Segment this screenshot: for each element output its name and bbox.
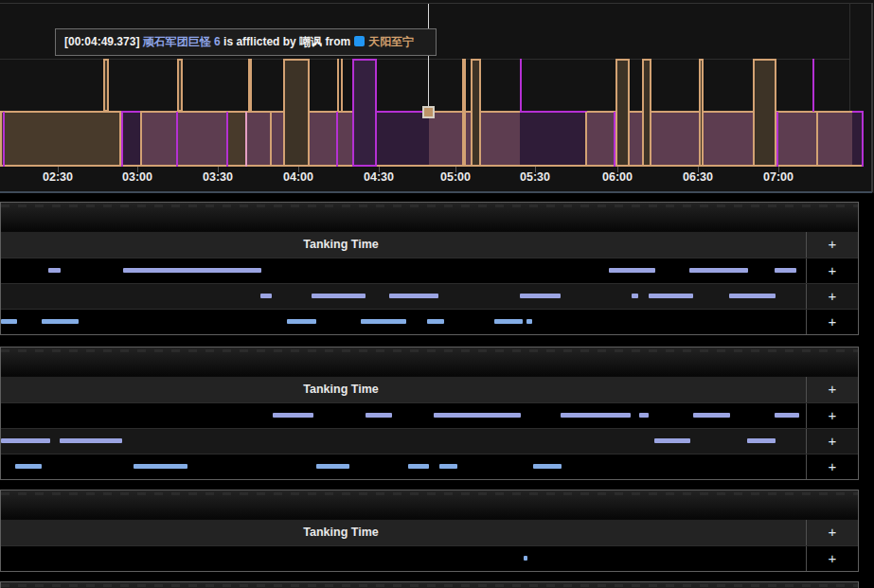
chart-segment bbox=[0, 112, 2, 167]
tanking-bar bbox=[42, 319, 79, 324]
chart-segment bbox=[3, 112, 5, 167]
axis-tick-label: 04:30 bbox=[364, 170, 394, 184]
axis-tick-label: 06:00 bbox=[602, 170, 633, 184]
chart-segment bbox=[0, 112, 121, 167]
tooltip-ability-name: 嘲讽 bbox=[299, 35, 322, 48]
chart-segment bbox=[176, 112, 178, 167]
tanking-row-track bbox=[1, 454, 806, 479]
chart-segment bbox=[0, 59, 850, 60]
chart-segment bbox=[103, 59, 109, 112]
expand-button[interactable]: + bbox=[806, 454, 858, 479]
chart-segment bbox=[520, 59, 522, 112]
tanking-row: + bbox=[1, 402, 858, 428]
tanking-row-track bbox=[1, 429, 806, 454]
tanking-row: + bbox=[1, 309, 858, 334]
chart-segment bbox=[341, 59, 343, 112]
panel-header-row: Tanking Time+ bbox=[1, 377, 858, 402]
chart-segment bbox=[245, 112, 247, 167]
tanking-row: + bbox=[1, 258, 858, 283]
expand-button[interactable]: + bbox=[806, 258, 858, 283]
axis-tick-label: 05:30 bbox=[520, 170, 550, 184]
chart-segment bbox=[520, 111, 587, 113]
panel-title: Tanking Time bbox=[1, 520, 681, 544]
tanking-bar bbox=[427, 319, 444, 324]
tanking-row: + bbox=[1, 428, 858, 454]
tanking-row: + bbox=[1, 283, 858, 309]
tanking-row: + bbox=[1, 454, 858, 479]
tanking-bar bbox=[389, 294, 438, 298]
axis-tick-label: 05:00 bbox=[440, 170, 471, 184]
tanking-row-track bbox=[1, 310, 806, 334]
tanking-bar bbox=[775, 268, 796, 273]
chart-segment bbox=[871, 3, 873, 192]
tanking-bar bbox=[747, 438, 776, 443]
tanking-bar bbox=[654, 438, 690, 443]
expand-button[interactable]: + bbox=[806, 520, 858, 545]
chart-segment bbox=[121, 111, 140, 113]
tanking-bar bbox=[561, 413, 631, 418]
tanking-bar bbox=[520, 294, 561, 298]
chart-segment bbox=[462, 59, 466, 167]
expand-button[interactable]: + bbox=[806, 429, 858, 454]
expand-button[interactable]: + bbox=[806, 232, 858, 258]
chart-hover-marker bbox=[422, 106, 435, 118]
tanking-bar bbox=[494, 319, 523, 324]
tanking-bar bbox=[48, 268, 61, 273]
tanking-bar bbox=[439, 464, 457, 469]
expand-button[interactable]: + bbox=[806, 403, 858, 428]
tanking-bar bbox=[15, 464, 42, 469]
panel-header-row: Tanking Time+ bbox=[1, 520, 858, 545]
tanking-bar bbox=[287, 319, 316, 324]
chart-segment bbox=[121, 112, 123, 167]
page: 02:3003:0003:3004:0004:3005:0005:3006:00… bbox=[0, 0, 874, 588]
axis-tick-label: 06:30 bbox=[683, 170, 713, 184]
chart-segment bbox=[699, 59, 704, 167]
tanking-bar bbox=[526, 319, 532, 324]
tanking-panel: Tanking Time++++ bbox=[0, 202, 859, 335]
chart-segment bbox=[226, 112, 228, 167]
panel-gradient-band bbox=[1, 347, 858, 377]
tanking-bar bbox=[689, 268, 748, 273]
tanking-bar bbox=[693, 413, 730, 418]
tanking-panel-partial bbox=[0, 581, 859, 588]
chart-segment bbox=[642, 59, 651, 167]
panel-gradient-band bbox=[1, 582, 858, 588]
tanking-row-track bbox=[1, 258, 806, 283]
class-icon bbox=[354, 36, 365, 46]
chart-segment bbox=[270, 112, 272, 167]
tanking-panel: Tanking Time++++ bbox=[0, 347, 859, 480]
chart-segment bbox=[121, 112, 140, 167]
chart-segment bbox=[471, 59, 481, 167]
chart-segment bbox=[352, 59, 377, 167]
panel-gradient-band bbox=[1, 490, 858, 520]
expand-button[interactable]: + bbox=[806, 310, 858, 334]
expand-button[interactable]: + bbox=[806, 377, 858, 402]
tanking-bar bbox=[60, 438, 122, 443]
chart-segment bbox=[283, 59, 310, 167]
timeline-chart[interactable]: 02:3003:0003:3004:0004:3005:0005:3006:00… bbox=[0, 0, 874, 193]
chart-segment bbox=[337, 59, 339, 112]
tanking-bar bbox=[434, 413, 521, 418]
tanking-row-track bbox=[1, 284, 806, 309]
tanking-row-track bbox=[1, 546, 806, 571]
chart-segment bbox=[177, 59, 183, 112]
chart-segment bbox=[812, 59, 814, 112]
expand-button[interactable]: + bbox=[806, 284, 858, 309]
tanking-bar bbox=[273, 413, 313, 418]
tanking-bar bbox=[609, 268, 655, 273]
tooltip-npc-name: 顽石军团巨怪 6 bbox=[143, 35, 221, 48]
chart-segment bbox=[248, 59, 252, 112]
chart-segment bbox=[862, 112, 864, 167]
tanking-bar bbox=[533, 464, 562, 469]
axis-tick-label: 02:30 bbox=[43, 170, 73, 184]
tanking-row-track bbox=[1, 403, 806, 428]
panel-gradient-band bbox=[1, 203, 858, 232]
chart-segment bbox=[0, 191, 872, 193]
chart-segment bbox=[776, 112, 778, 167]
tanking-bar bbox=[366, 413, 392, 418]
expand-button[interactable]: + bbox=[806, 546, 858, 571]
chart-segment bbox=[140, 112, 142, 167]
axis-tick-label: 03:00 bbox=[122, 170, 152, 184]
tooltip-verb: is afflicted by bbox=[223, 35, 296, 48]
chart-segment bbox=[753, 59, 776, 167]
